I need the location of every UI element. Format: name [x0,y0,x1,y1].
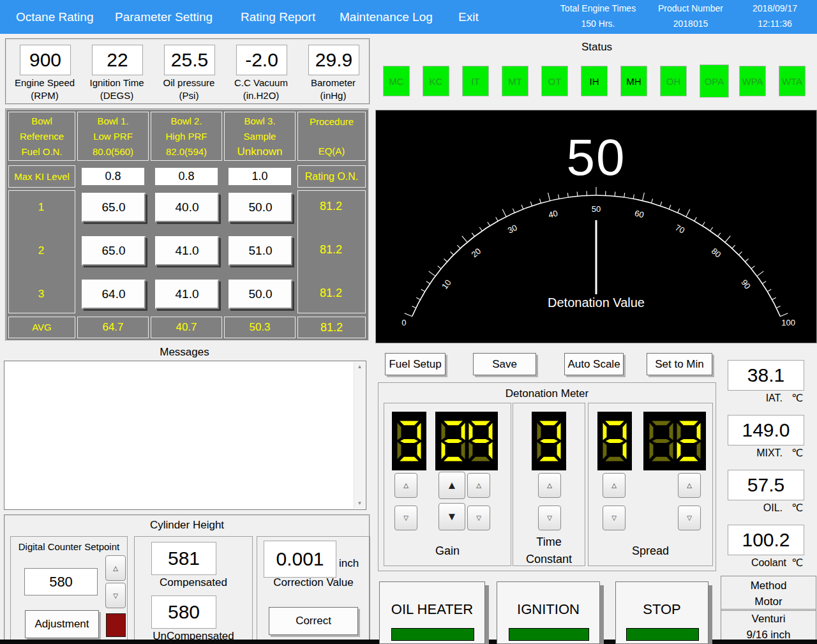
set-to-min-button[interactable]: Set to Min [647,353,712,375]
ignition-button[interactable]: IGNITION [497,581,600,644]
method-value: Motor [754,594,782,610]
total-engine-times: Total Engine Times 150 Hrs. [550,0,646,34]
messages-list[interactable]: ▲ ▼ [4,361,366,510]
down-arrow-icon: ▽ [687,514,692,521]
status-label-opa: OPA [705,76,724,87]
adjustment-button[interactable]: Adjustment [25,610,99,638]
ki-value-r1-bowl3[interactable]: 50.0 [229,193,292,222]
correction-label: Correction Value [257,576,370,589]
stop-indicator [626,628,699,641]
seven-segment-digit [536,417,562,465]
menu-maintenance-log[interactable]: Maintenance Log [340,0,433,34]
gain-coarse-up-button[interactable]: △ [394,473,417,498]
gauge-tick [521,205,523,209]
status-label-mt: MT [508,76,522,87]
stop-button[interactable]: STOP [615,581,708,644]
fuel-setup-button[interactable]: Fuel Setup [385,353,446,375]
header-procedure-l1: Procedure [310,114,354,130]
max-ki-input-bowl2[interactable] [154,167,218,186]
gain-up-button[interactable]: ▲ [438,472,465,499]
status-indicator-kc: KC [423,66,449,96]
status-indicator-wpa: WPA [739,66,766,96]
seven-segment-digit [648,417,674,465]
spread-fine-down-button[interactable]: ▽ [678,505,701,530]
status-label-oh: OH [666,76,681,87]
stop-label: STOP [616,601,708,618]
messages-scrollbar[interactable]: ▲ ▼ [354,362,365,509]
spread-coarse-up-button[interactable]: △ [603,473,626,498]
total-engine-times-label: Total Engine Times [550,3,646,13]
mixt-label-row: MIXT. ℃ [728,447,804,459]
barometer-label-1: Barometer [298,77,368,89]
gauge-tick-label: 50 [592,204,601,214]
menu-octane-rating[interactable]: Octane Rating [16,0,93,34]
method-box: Method Motor [721,576,816,611]
mixt-label: MIXT. [756,447,783,459]
run-number-2: 2 [8,244,74,257]
scroll-up-icon[interactable]: ▲ [354,362,365,372]
setpoint-input[interactable] [24,568,98,595]
oil-heater-button[interactable]: OIL HEATER [379,581,485,644]
gauge-tick [745,258,748,262]
menu-parameter-setting[interactable]: Parameter Setting [115,0,213,34]
menu-rating-report[interactable]: Rating Report [241,0,315,34]
down-arrow-icon: ▽ [547,514,552,521]
gain-fine-down-button[interactable]: ▽ [467,505,490,530]
gain-coarse-down-button[interactable]: ▽ [394,505,417,530]
setpoint-up-button[interactable]: △ [105,555,126,581]
ki-value-r3-bowl3[interactable]: 50.0 [229,280,292,309]
menu-exit[interactable]: Exit [458,0,479,34]
gauge-tick [751,266,754,269]
setpoint-down-button[interactable]: ▽ [105,583,126,608]
rating-r3: 81.2 [297,287,364,300]
max-ki-input-bowl1[interactable] [81,167,145,186]
max-ki-input-bowl3[interactable] [228,167,292,186]
avg-label: AVG [32,320,52,335]
scroll-down-icon[interactable]: ▼ [354,498,365,509]
ki-value-r1-bowl2[interactable]: 40.0 [155,193,219,222]
up-arrow-icon: △ [403,482,408,489]
spread-coarse-down-button[interactable]: ▽ [603,505,626,530]
status-label-wpa: WPA [742,76,763,87]
avg-bowl2: 40.7 [151,317,222,338]
header-bowl-reference-l2: Reference [20,129,64,144]
status-indicator-oh: OH [660,66,687,96]
ki-value-r3-bowl1[interactable]: 64.0 [82,280,146,309]
auto-scale-button[interactable]: Auto Scale [564,353,624,375]
iat-unit: ℃ [791,392,803,404]
gauge-tick [405,313,412,317]
ignition-time-label-2: (DEGS) [82,89,152,102]
ki-value-r3-bowl2[interactable]: 41.0 [155,280,219,309]
correct-button[interactable]: Correct [269,607,358,635]
ki-value-r2-bowl1[interactable]: 65.0 [82,236,146,266]
gauge-tick [732,245,735,248]
time-constant-display [532,412,566,470]
gauge-tick [421,289,425,292]
time-constant-up-button[interactable]: △ [538,473,561,498]
avg-label-cell: AVG [8,317,75,338]
gauge-tick [780,313,788,317]
ki-value-r1-bowl1[interactable]: 65.0 [82,193,146,222]
detonation-meter-title: Detonation Meter [379,387,716,400]
header-bowl1-l1: Bowl 1. [97,114,128,129]
rating-on-label-cell: Rating O.N. [297,165,366,188]
gain-down-button[interactable]: ▼ [438,503,465,530]
header-bowl1: Bowl 1. Low PRF 80.0(560) [77,112,149,161]
gauge-tick [624,193,625,197]
gain-fine-up-button[interactable]: △ [467,473,490,498]
rating-r1: 81.2 [297,200,364,213]
header-bowl1-l3: 80.0(560) [93,144,133,160]
gauge-tick [488,222,490,226]
spread-fine-up-button[interactable]: △ [678,473,701,498]
seven-segment-digit [468,417,493,465]
save-button[interactable]: Save [473,353,536,375]
gauge-tick [577,191,578,196]
ki-value-r2-bowl2[interactable]: 41.0 [155,236,219,266]
down-arrow-icon: ▽ [403,514,408,521]
ki-value-r2-bowl3[interactable]: 51.0 [229,236,292,266]
status-title: Status [377,41,817,54]
status-indicator-ih: IH [581,66,608,96]
time-constant-down-button[interactable]: ▽ [538,505,561,530]
total-engine-times-value: 150 Hrs. [550,19,646,29]
coolant-label-row: Coolant ℃ [728,557,804,569]
